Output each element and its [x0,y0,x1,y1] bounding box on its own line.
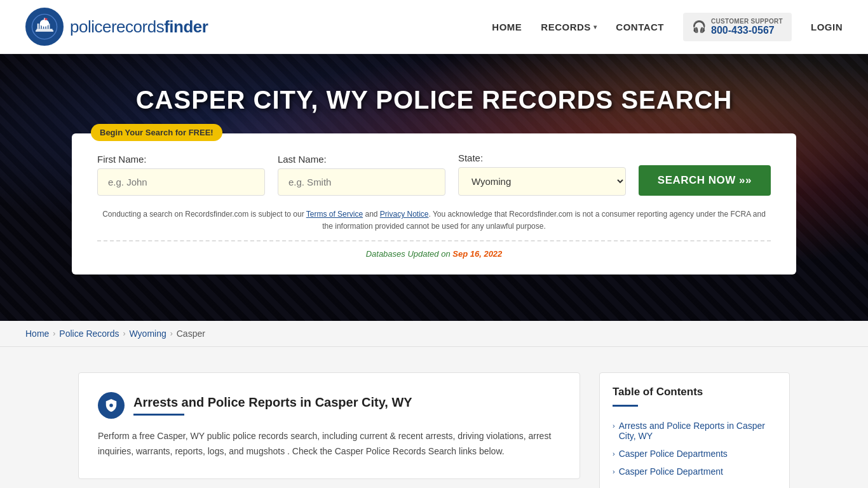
breadcrumb-casper: Casper [177,329,205,339]
db-updated-label: Databases Updated on [366,249,451,259]
toc-chevron-3-icon: › [613,468,615,475]
disclaimer-text: Conducting a search on Recordsfinder.com… [97,208,771,233]
search-box: Begin Your Search for FREE! First Name: … [72,133,796,274]
state-label: State: [458,152,626,163]
breadcrumb-sep-2: › [123,329,126,338]
article-header: Arrests and Police Reports in Casper Cit… [98,392,560,419]
svg-rect-4 [39,24,41,29]
last-name-input[interactable] [278,168,445,196]
records-chevron-icon: ▾ [593,24,597,30]
hero-section: CASPER CITY, WY POLICE RECORDS SEARCH Be… [0,54,868,321]
tos-link[interactable]: Terms of Service [306,210,363,219]
db-updated-date: Sep 16, 2022 [452,249,502,259]
breadcrumb-bar: Home › Police Records › Wyoming › Casper [0,321,868,347]
search-divider [97,240,771,241]
article-body: Perform a free Casper, WY public police … [98,429,560,459]
toc-box: Table of Contents › Arrests and Police R… [599,372,790,488]
sidebar: Table of Contents › Arrests and Police R… [599,372,790,488]
svg-rect-2 [40,22,49,24]
search-button[interactable]: SEARCH NOW »» [639,165,771,196]
header: policerecordsfinder HOME RECORDS ▾ CONTA… [0,0,868,54]
main-content: Arrests and Police Reports in Casper Cit… [53,360,815,488]
svg-rect-7 [46,24,48,29]
svg-rect-10 [36,30,53,32]
nav-records[interactable]: RECORDS ▾ [541,22,597,32]
toc-divider [613,405,638,407]
first-name-label: First Name: [97,154,265,165]
main-nav: HOME RECORDS ▾ CONTACT 🎧 CUSTOMER SUPPOR… [492,13,843,41]
db-updated: Databases Updated on Sep 16, 2022 [97,249,771,259]
svg-rect-8 [48,24,50,29]
toc-item-2[interactable]: › Casper Police Departments [613,445,776,463]
toc-item-3[interactable]: › Casper Police Department [613,463,776,480]
customer-support-box[interactable]: 🎧 CUSTOMER SUPPORT 800-433-0567 [683,13,792,41]
svg-rect-9 [36,29,52,30]
svg-rect-3 [37,24,39,29]
support-label: CUSTOMER SUPPORT [711,18,783,25]
breadcrumb-wyoming[interactable]: Wyoming [130,329,166,339]
hero-content: CASPER CITY, WY POLICE RECORDS SEARCH Be… [0,54,868,274]
toc-item-1[interactable]: › Arrests and Police Reports in Casper C… [613,417,776,445]
breadcrumb: Home › Police Records › Wyoming › Casper [25,329,843,339]
support-number: 800-433-0567 [711,25,783,36]
last-name-group: Last Name: [278,154,445,196]
search-fields: First Name: Last Name: State: Wyoming Al… [97,152,771,196]
breadcrumb-home[interactable]: Home [25,329,49,339]
svg-point-13 [109,403,113,407]
svg-rect-5 [42,24,43,29]
support-info: CUSTOMER SUPPORT 800-433-0567 [711,18,783,36]
article-title: Arrests and Police Reports in Casper Cit… [133,395,412,410]
article-title-area: Arrests and Police Reports in Casper Cit… [133,395,412,416]
toc-title: Table of Contents [613,386,776,398]
breadcrumb-sep-1: › [53,329,55,338]
logo-icon [25,8,64,46]
toc-chevron-2-icon: › [613,450,615,458]
nav-contact[interactable]: CONTACT [616,22,664,32]
first-name-input[interactable] [97,168,265,196]
article-section: Arrests and Police Reports in Casper Cit… [78,372,580,479]
free-badge: Begin Your Search for FREE! [91,124,222,141]
svg-rect-11 [44,18,44,22]
headphone-icon: 🎧 [692,20,706,34]
hero-title: CASPER CITY, WY POLICE RECORDS SEARCH [111,54,758,133]
toc-chevron-1-icon: › [613,422,615,430]
content-area: Arrests and Police Reports in Casper Cit… [78,372,599,488]
nav-login[interactable]: LOGIN [811,22,843,32]
first-name-group: First Name: [97,154,265,196]
svg-rect-6 [44,24,45,29]
breadcrumb-police-records[interactable]: Police Records [59,329,119,339]
logo-text: policerecordsfinder [70,17,208,37]
breadcrumb-sep-3: › [170,329,173,338]
article-icon [98,392,125,419]
main-wrapper: Arrests and Police Reports in Casper Cit… [0,347,868,488]
nav-home[interactable]: HOME [492,22,522,32]
article-title-underline [133,414,184,416]
logo[interactable]: policerecordsfinder [25,8,208,46]
state-group: State: Wyoming Alabama Alaska Arizona Ca… [458,152,626,196]
privacy-link[interactable]: Privacy Notice [380,210,429,219]
state-select[interactable]: Wyoming Alabama Alaska Arizona Californi… [458,167,626,196]
last-name-label: Last Name: [278,154,445,165]
